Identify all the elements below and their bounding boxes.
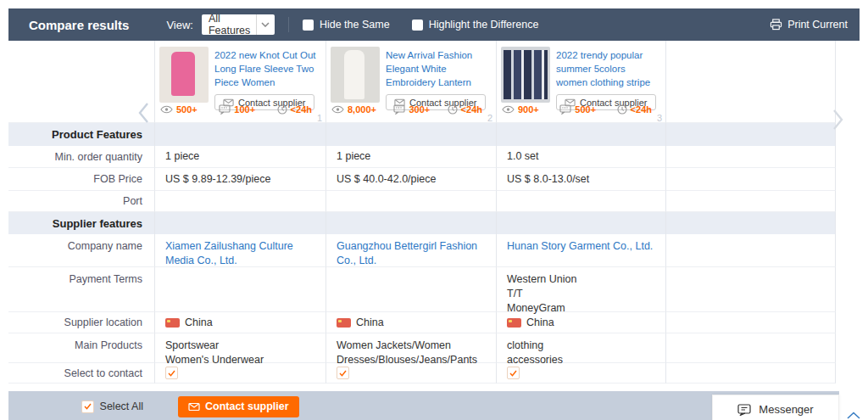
- select-to-contact-checkbox[interactable]: [337, 367, 349, 379]
- company-name-link[interactable]: Guangzhou Bettergirl Fashion Co., Ltd.: [326, 234, 497, 267]
- section-product-features: Product Features: [8, 123, 155, 146]
- port-value: [155, 191, 326, 212]
- product-stats: 8,000+ 300+ <24h: [326, 104, 496, 115]
- row-label-payment-terms: Payment Terms: [8, 267, 155, 312]
- comparison-table: 2022 new Knot Cut Out Long Flare Sleeve …: [8, 41, 860, 384]
- view-label: View:: [166, 19, 193, 31]
- min-order-value: 1 piece: [155, 146, 326, 168]
- product-image[interactable]: [501, 47, 550, 103]
- hide-the-same-label: Hide the Same: [320, 19, 390, 31]
- supplier-location-value: China: [497, 312, 666, 333]
- checkmark-icon: [339, 370, 347, 377]
- clock-icon: [448, 104, 458, 115]
- view-select[interactable]: All Features: [202, 14, 275, 35]
- highlight-difference-label: Highlight the Difference: [429, 19, 539, 31]
- eye-icon: [331, 105, 344, 114]
- print-current-label: Print Current: [787, 19, 848, 31]
- view-select-value: All Features: [202, 14, 256, 35]
- product-stats: 900+ 500+ <24h: [497, 104, 665, 115]
- highlight-difference-checkbox[interactable]: Highlight the Difference: [412, 19, 539, 31]
- messenger-label: Messenger: [759, 403, 813, 416]
- product-index: 3: [657, 113, 662, 123]
- supplier-location-value: China: [155, 312, 326, 333]
- row-label-main-products: Main Products: [8, 333, 155, 363]
- select-to-contact-checkbox[interactable]: [507, 367, 520, 379]
- fob-price-value: US $ 9.89-12.39/piece: [155, 168, 326, 191]
- views-count: 900+: [518, 104, 539, 115]
- product-image[interactable]: [331, 47, 380, 103]
- product-stats: 500+ 100+ <24h: [155, 104, 326, 115]
- payment-terms-value: Western Union T/T MoneyGram: [497, 267, 666, 312]
- select-all-control[interactable]: Select All: [8, 400, 155, 413]
- views-count: 8,000+: [348, 104, 376, 115]
- contact-supplier-footer-label: Contact supplier: [205, 400, 289, 412]
- product-card: 2022 new Knot Cut Out Long Flare Sleeve …: [155, 41, 326, 123]
- fob-price-value: US $ 40.0-42.0/piece: [326, 168, 497, 191]
- port-value: [326, 191, 497, 212]
- printer-icon: [770, 19, 782, 31]
- row-label-select-to-contact: Select to contact: [8, 363, 155, 384]
- views-count: 500+: [176, 104, 198, 115]
- carousel-prev-icon[interactable]: [137, 102, 149, 127]
- checkmark-icon: [168, 370, 175, 377]
- page-title: Compare results: [29, 18, 129, 32]
- compare-header-bar: Compare results View: All Features Hide …: [8, 8, 860, 41]
- payment-terms-value: [155, 267, 326, 312]
- carousel-next-icon[interactable]: [832, 109, 844, 134]
- row-label-company-name: Company name: [8, 234, 155, 267]
- payment-terms-value: [326, 267, 497, 312]
- empty-slot-cell: [666, 41, 836, 123]
- product-title-link[interactable]: 2022 new Knot Cut Out Long Flare Sleeve …: [214, 48, 319, 89]
- product-card: New Arrival Fashion Elegant White Embroi…: [326, 41, 497, 123]
- port-value: [497, 191, 666, 212]
- back-to-top-button[interactable]: TOP: [846, 412, 861, 420]
- row-label-port: Port: [8, 191, 155, 212]
- eye-icon: [502, 105, 515, 114]
- min-order-value: 1 piece: [326, 146, 497, 168]
- main-products-value: clothing accessories: [497, 333, 666, 363]
- product-image[interactable]: [159, 47, 209, 103]
- clock-icon: [277, 104, 287, 115]
- section-supplier-features: Supplier features: [8, 212, 155, 234]
- inquiries-count: 500+: [575, 104, 596, 115]
- main-products-value: Sportswear Women's Underwear: [155, 333, 326, 363]
- header-divider: [288, 17, 289, 32]
- company-name-link[interactable]: Xiamen Zailushang Culture Media Co., Ltd…: [155, 234, 326, 267]
- product-title-link[interactable]: 2022 trendy popular summer 5colors women…: [556, 48, 659, 89]
- checkmark-icon: [509, 370, 517, 377]
- contact-supplier-footer-button[interactable]: Contact supplier: [178, 396, 299, 417]
- row-label-fob-price: FOB Price: [8, 168, 155, 191]
- min-order-value: 1.0 set: [497, 146, 666, 168]
- china-flag-icon: [165, 318, 180, 328]
- eye-icon: [160, 105, 173, 114]
- fob-price-value: US $ 8.0-13.0/set: [497, 168, 666, 191]
- checkmark-icon: [84, 403, 92, 410]
- chevron-down-icon: [256, 14, 275, 35]
- clock-icon: [617, 104, 627, 115]
- product-title-link[interactable]: New Arrival Fashion Elegant White Embroi…: [386, 48, 489, 89]
- china-flag-icon: [337, 318, 351, 328]
- print-current-button[interactable]: Print Current: [770, 19, 848, 31]
- product-index: 2: [487, 113, 492, 123]
- messenger-button[interactable]: Messenger: [712, 395, 839, 420]
- envelope-icon: [188, 402, 200, 412]
- china-flag-icon: [507, 318, 521, 328]
- response-time: <24h: [631, 104, 652, 115]
- row-label-min-order: Min. order quantity: [8, 146, 155, 168]
- supplier-location-value: China: [326, 312, 497, 333]
- product-index: 1: [317, 113, 322, 123]
- select-all-checkbox[interactable]: [81, 400, 94, 413]
- inquiries-count: 100+: [234, 104, 255, 115]
- comment-icon: [219, 104, 231, 115]
- select-to-contact-checkbox[interactable]: [165, 367, 178, 379]
- product-card: 2022 trendy popular summer 5colors women…: [497, 41, 666, 123]
- compare-page: Compare results View: All Features Hide …: [8, 8, 860, 420]
- row-label-supplier-location: Supplier location: [8, 312, 155, 333]
- select-all-label: Select All: [100, 400, 143, 412]
- comment-icon: [393, 104, 405, 115]
- inquiries-count: 300+: [409, 104, 430, 115]
- company-name-link[interactable]: Hunan Story Garment Co., Ltd.: [497, 234, 666, 267]
- hide-the-same-checkbox[interactable]: Hide the Same: [303, 19, 390, 31]
- messenger-icon: [737, 404, 751, 416]
- response-time: <24h: [461, 104, 482, 115]
